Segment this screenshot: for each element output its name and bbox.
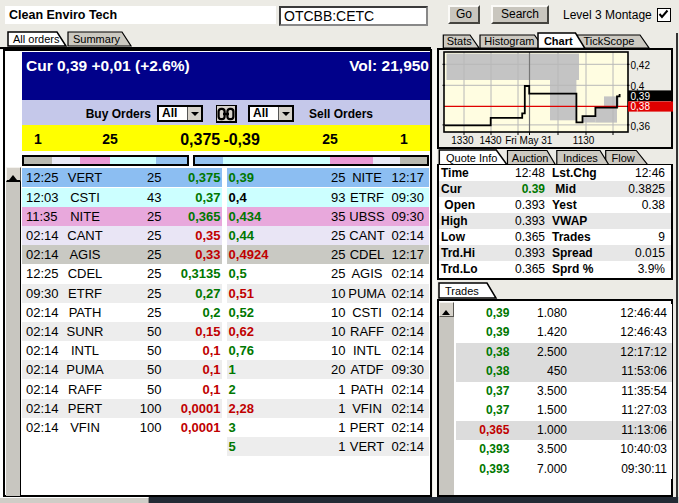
svg-text:0,36: 0,36 [631,121,651,132]
svg-text:Chart: Chart [544,35,573,47]
svg-text:Quote Info: Quote Info [446,152,497,164]
svg-text:Fri May 31: Fri May 31 [505,135,553,146]
svg-text:1330: 1330 [451,135,474,146]
svg-text:Stats: Stats [447,35,473,47]
svg-text:1430: 1430 [479,135,502,146]
svg-text:All orders: All orders [13,33,60,45]
svg-text:Summary: Summary [73,33,121,45]
svg-text:Auction: Auction [512,152,549,164]
svg-text:0,42: 0,42 [631,60,651,71]
svg-text:0,38: 0,38 [631,101,651,112]
svg-text:Flow: Flow [612,152,635,164]
svg-text:Trades: Trades [445,285,479,297]
svg-text:0,39: 0,39 [631,91,651,102]
svg-text:1130: 1130 [573,135,595,146]
svg-text:TickScope: TickScope [584,35,635,47]
svg-text:Indices: Indices [563,152,598,164]
svg-text:Histogram: Histogram [484,35,534,47]
